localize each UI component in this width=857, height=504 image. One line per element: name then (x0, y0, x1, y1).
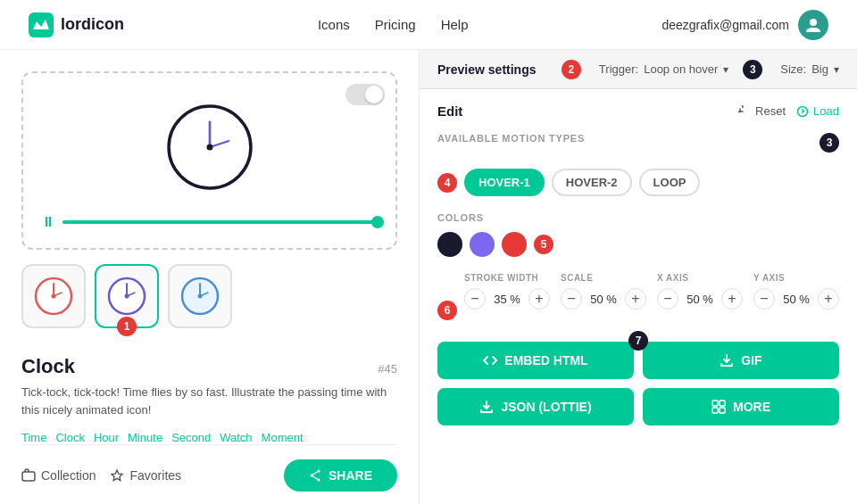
reset-button[interactable]: Reset (738, 104, 786, 118)
y-axis-group: Y AXIS − 50 % + (753, 273, 839, 310)
download-icon-json (479, 400, 494, 414)
tag-moment[interactable]: Moment (262, 431, 304, 444)
stroke-width-increase[interactable]: + (528, 288, 550, 310)
tag-second[interactable]: Second (171, 431, 211, 444)
svg-point-1 (810, 19, 817, 26)
trigger-value: Loop on hover (644, 62, 718, 76)
icon-number: #45 (378, 362, 397, 376)
logo[interactable]: lordicon (29, 12, 124, 37)
size-label: Size: (780, 62, 806, 76)
edit-panel: Edit Reset Load (420, 89, 857, 504)
svg-rect-25 (712, 401, 718, 406)
tag-minute[interactable]: Minute (128, 431, 162, 444)
svg-point-9 (52, 294, 56, 299)
progress-track[interactable] (62, 220, 378, 224)
load-icon (796, 105, 809, 118)
logo-icon (29, 12, 54, 37)
y-axis-decrease[interactable]: − (753, 288, 775, 310)
annotation-badge-2: 2 (562, 60, 581, 79)
motion-hover1-button[interactable]: HOVER-1 (464, 169, 545, 196)
x-axis-increase[interactable]: + (721, 288, 743, 310)
tag-time[interactable]: Time (21, 431, 46, 444)
preview-settings-bar: Preview settings 2 Trigger: Loop on hove… (420, 50, 857, 89)
x-axis-value: 50 % (684, 293, 716, 306)
x-axis-decrease[interactable]: − (657, 288, 678, 310)
motion-loop-button[interactable]: LOOP (639, 169, 701, 196)
svg-rect-0 (29, 12, 54, 37)
load-button[interactable]: Load (796, 104, 839, 118)
variant-thumb-2[interactable]: 1 (95, 264, 159, 328)
tags-container: Time Clock Hour Minute Second Watch Mome… (21, 431, 397, 444)
stroke-width-decrease[interactable]: − (464, 288, 486, 310)
variant-thumb-3[interactable] (168, 264, 232, 328)
edit-header: Edit Reset Load (437, 103, 839, 119)
embed-html-button[interactable]: EMBED HTML (437, 342, 634, 379)
download-grid: EMBED HTML GIF JSON (437, 342, 839, 426)
y-axis-control: − 50 % + (753, 288, 839, 310)
variant-icon-1 (32, 275, 75, 318)
edit-action-buttons: Reset Load (738, 104, 839, 118)
icon-title: Clock (21, 355, 75, 378)
y-axis-value: 50 % (780, 293, 812, 306)
variant-thumb-1[interactable] (21, 264, 86, 328)
size-control[interactable]: Size: Big ▾ (780, 62, 839, 76)
share-label: SHARE (329, 468, 372, 483)
color-swatch-purple[interactable] (470, 232, 495, 257)
more-button[interactable]: MORE (643, 388, 839, 426)
reset-icon (738, 105, 751, 118)
main-content: ⏸ (0, 50, 857, 504)
json-button[interactable]: JSON (LOTTIE) (437, 388, 634, 426)
x-axis-label: X AXIS (657, 273, 743, 283)
preview-toggle[interactable] (345, 84, 385, 105)
tag-watch[interactable]: Watch (220, 431, 252, 444)
trigger-control[interactable]: Trigger: Loop on hover ▾ (599, 62, 728, 76)
nav-icons[interactable]: Icons (318, 17, 350, 32)
icon-preview-area: ⏸ (21, 71, 397, 250)
pause-button[interactable]: ⏸ (41, 214, 55, 230)
share-button[interactable]: SHARE (284, 459, 397, 492)
scale-decrease[interactable]: − (561, 288, 582, 310)
nav-help[interactable]: Help (441, 17, 469, 32)
svg-rect-18 (22, 472, 35, 481)
stroke-width-label: STROKE WIDTH (464, 273, 550, 283)
stroke-width-group: STROKE WIDTH − 35 % + (464, 273, 550, 310)
gif-button[interactable]: GIF (643, 342, 839, 379)
annotation-badge-4: 4 HOVER-1 (437, 169, 545, 196)
clock-icon-preview (156, 100, 263, 194)
settings-controls: 2 Trigger: Loop on hover ▾ 3 Size: Big ▾ (562, 60, 839, 79)
reset-label: Reset (755, 104, 786, 118)
svg-rect-27 (712, 408, 718, 413)
nav-pricing[interactable]: Pricing (375, 17, 416, 32)
logo-text: lordicon (61, 15, 124, 34)
svg-point-13 (125, 294, 129, 299)
collection-link[interactable]: Collection (21, 468, 96, 483)
color-swatch-red[interactable] (502, 232, 527, 257)
tag-clock[interactable]: Clock (55, 431, 85, 444)
motion-hover2-button[interactable]: HOVER-2 (552, 169, 632, 196)
scale-label: SCALE (561, 273, 646, 283)
motion-type-buttons: 4 HOVER-1 HOVER-2 LOOP (437, 169, 839, 196)
header: lordicon Icons Pricing Help deezgrafix@g… (0, 0, 857, 50)
preview-settings-label: Preview settings (437, 62, 537, 77)
avatar[interactable] (798, 10, 828, 40)
scale-increase[interactable]: + (625, 288, 646, 310)
y-axis-label: Y AXIS (753, 273, 839, 283)
right-panel: Preview settings 2 Trigger: Loop on hove… (420, 50, 857, 504)
svg-line-23 (312, 475, 319, 480)
svg-point-5 (206, 144, 212, 150)
y-axis-increase[interactable]: + (818, 288, 839, 310)
main-nav: Icons Pricing Help (318, 17, 469, 32)
colors-label: COLORS (437, 212, 839, 223)
icon-title-row: Clock #45 (21, 355, 397, 378)
color-swatch-dark[interactable] (437, 232, 462, 257)
favorites-icon (110, 468, 124, 483)
favorites-link[interactable]: Favorites (110, 468, 181, 483)
size-chevron: ▾ (834, 63, 839, 76)
stroke-width-value: 35 % (491, 293, 523, 306)
annotation-badge-1: 1 (117, 317, 137, 336)
code-icon (483, 353, 497, 368)
load-label: Load (813, 104, 839, 118)
user-icon (804, 16, 822, 34)
tag-hour[interactable]: Hour (94, 431, 119, 444)
scale-value: 50 % (587, 293, 620, 306)
